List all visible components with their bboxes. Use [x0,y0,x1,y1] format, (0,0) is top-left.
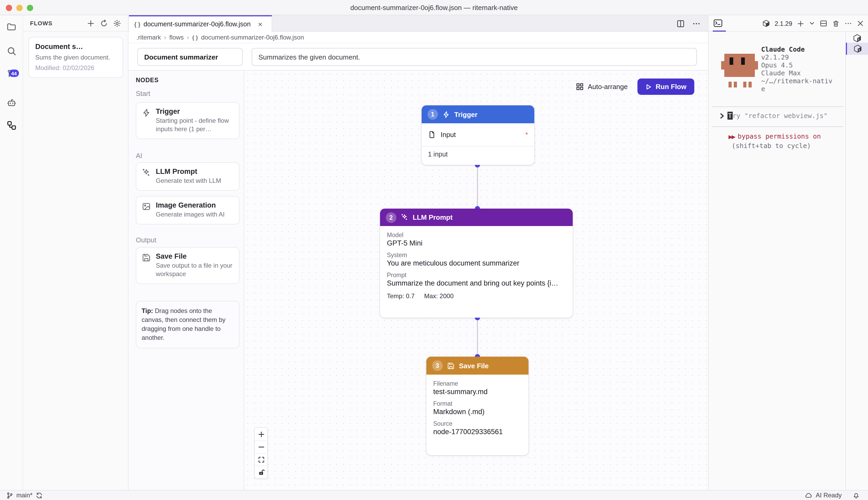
files-icon[interactable] [6,22,17,32]
sparkles-icon [401,213,409,221]
trigger-input-name: Input [441,130,456,139]
window-title: document-summarizer-0oj6.flow.json — rit… [0,0,868,15]
canvas-zoom-controls [254,427,268,479]
save-icon [447,362,455,370]
edge-trigger-llm [477,165,478,209]
ai-assistant-icon[interactable] [6,98,17,108]
model-value: GPT-5 Mini [387,239,566,247]
zoom-out-button[interactable] [255,441,267,453]
breadcrumb-file[interactable]: document-summarizer-0oj6.flow.json [201,33,304,41]
json-file-icon: { } [192,34,198,40]
node-trigger[interactable]: 1 Trigger Input * 1 input [422,105,534,165]
temperature-value: Temp: 0.7 [387,293,414,300]
node-title: LLM Prompt [413,213,453,221]
bell-icon[interactable] [853,492,859,499]
terminal-prompt[interactable]: Try "refactor webview.js" [719,112,828,120]
split-editor-icon[interactable] [677,19,685,28]
terminal-placeholder: ry "refactor webview.js" [732,112,828,120]
node-save-file[interactable]: 3 Save File Filename test-summary.md For… [426,357,528,455]
palette-card-save-file[interactable]: Save File Save output to a file in your … [136,247,239,284]
flow-list-item[interactable]: Document s… Sums the given document. Mod… [28,37,123,78]
terminal-cursor: T [727,112,732,120]
node-title: Trigger [454,110,478,118]
terminal-icon[interactable] [713,19,723,28]
palette-card-llm-prompt[interactable]: LLM Prompt Generate text with LLM [136,162,239,191]
auto-arrange-button[interactable]: Auto-arrange [576,83,628,91]
git-branch-status[interactable]: main* [6,491,43,499]
prompt-divider [712,106,843,107]
flow-editor-icon[interactable] [6,120,17,130]
flow-item-modified: Modified: 02/02/2026 [35,64,116,72]
terminal-header: 2.1.29 [708,15,868,32]
edge-llm-save [477,318,478,357]
breadcrumb-folder[interactable]: flows [169,33,184,41]
node-number-badge: 1 [427,109,438,120]
breadcrumb: .ritemark › flows › { } document-summari… [128,32,708,43]
more-actions-icon[interactable] [844,20,852,27]
tab-flow-json[interactable]: { } document-summarizer-0oj6.flow.json × [129,15,272,32]
required-marker: * [525,130,528,139]
node-title: Save File [459,362,489,370]
titlebar: document-summarizer-0oj6.flow.json — rit… [0,0,868,15]
auto-arrange-label: Auto-arrange [588,83,628,91]
claude-terminal-panel: 2.1.29 Claude Codev2.1.29Opus 4.5Claude … [708,15,845,490]
run-flow-button[interactable]: Run Flow [637,79,694,95]
source-control-badge: 44 [9,70,19,77]
section-label-start: Start [136,90,150,98]
status-bar: main* AI Ready [0,490,868,500]
palette-card-image-generation[interactable]: Image Generation Generate images with AI [136,196,239,225]
format-value: Markdown (.md) [433,408,521,416]
flow-meta-row: Document summarizer Summarizes the given… [128,43,708,71]
prompt-label: Prompt [387,272,566,278]
search-icon[interactable] [6,46,17,56]
lock-canvas-button[interactable] [255,466,267,478]
section-label-output: Output [136,236,156,244]
new-terminal-icon[interactable] [797,20,804,27]
close-panel-icon[interactable] [857,20,864,27]
permissions-mode[interactable]: ▶▶bypass permissions on [728,132,821,140]
system-value: You are meticulous document summarizer [387,259,566,267]
zoom-in-button[interactable] [255,428,267,441]
format-label: Format [433,400,521,407]
settings-gear-icon[interactable] [113,19,121,27]
flow-item-description: Sums the given document. [35,54,116,61]
svg-text:$: $ [858,38,859,41]
node-llm-prompt[interactable]: 2 LLM Prompt Model GPT-5 Mini System You… [380,209,573,318]
editor-region: { } document-summarizer-0oj6.flow.json ×… [128,15,708,490]
nodes-panel-title: NODES [136,77,159,83]
branch-name: main* [16,491,32,499]
max-tokens-value: Max: 2000 [424,293,454,300]
claude-session-icon: $ [853,44,862,53]
split-terminal-icon[interactable] [820,20,828,27]
json-file-icon: { } [134,21,140,27]
refresh-icon[interactable] [100,19,108,27]
flow-name-input[interactable]: Document summarizer [137,48,243,66]
node-number-badge: 3 [432,360,443,371]
prompt-value: Summarize the document and bring out key… [387,279,566,287]
fit-view-button[interactable] [255,453,267,466]
terminal-session-item-active[interactable]: $ [846,43,868,55]
kill-terminal-icon[interactable] [832,20,840,27]
new-flow-icon[interactable] [87,19,95,27]
chevron-down-icon[interactable] [809,21,815,26]
flow-description-input[interactable]: Summarizes the given document. [251,48,697,66]
tab-close-icon[interactable]: × [258,20,262,28]
trigger-input-count: 1 input [422,147,534,162]
flow-item-title: Document s… [35,43,116,50]
palette-card-trigger[interactable]: Trigger Starting point - define flow inp… [136,102,239,139]
flows-panel-header: FLOWS [23,15,128,32]
zap-icon [442,110,450,118]
breadcrumb-root[interactable]: .ritemark [136,33,161,41]
filename-value: test-summary.md [433,388,521,396]
tab-bar: { } document-summarizer-0oj6.flow.json × [128,15,708,32]
source-value: node-1770029336561 [433,428,521,436]
app-window: document-summarizer-0oj6.flow.json — rit… [0,0,868,500]
tab-label: document-summarizer-0oj6.flow.json [143,20,250,28]
flow-canvas[interactable]: Auto-arrange Run Flow 1 Trigger [244,71,708,490]
palette-card-title: Trigger [156,107,234,115]
zap-icon [142,108,151,117]
source-label: Source [433,420,521,427]
more-actions-icon[interactable] [692,19,701,28]
sync-icon[interactable] [36,492,43,499]
terminal-session-version: 2.1.29 [775,20,792,27]
